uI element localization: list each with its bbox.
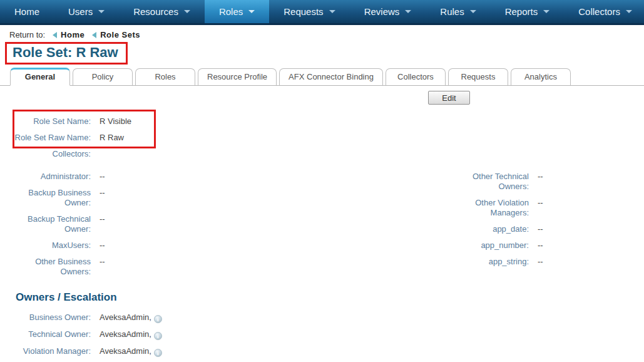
nav-item-roles[interactable]: Roles — [205, 0, 269, 23]
nav-item-label: Home — [14, 6, 39, 17]
field-row-other-technical-owners: Other Technical Owners:-- — [325, 172, 644, 192]
breadcrumb-link-role-sets[interactable]: Role Sets — [100, 30, 140, 39]
field-row-role-set-name: Role Set Name:R Visible — [0, 116, 325, 127]
field-row-violation-manager: Violation Manager: AveksaAdmin,i — [0, 346, 644, 357]
tab-collectors[interactable]: Collectors — [386, 68, 446, 85]
field-row-app-date: app_date:-- — [325, 224, 644, 234]
field-row-administrator: Administrator:-- — [0, 172, 325, 182]
top-nav: Home Users Resources Roles Requests Revi… — [0, 0, 644, 23]
nav-item-home[interactable]: Home — [0, 0, 54, 23]
field-value: -- — [100, 257, 105, 277]
field-value: -- — [100, 188, 105, 208]
chevron-down-icon — [470, 10, 476, 13]
breadcrumb-link-home[interactable]: Home — [61, 30, 84, 39]
field-label: Backup Business Owner: — [13, 188, 91, 208]
chevron-down-icon — [543, 10, 549, 13]
field-row-backup-business-owner: Backup Business Owner:-- — [0, 188, 325, 208]
field-value: R Raw — [100, 133, 124, 143]
info-icon[interactable]: i — [154, 315, 162, 323]
info-icon[interactable]: i — [154, 332, 162, 340]
chevron-down-icon — [98, 10, 105, 13]
field-column-left: Role Set Name:R Visible Role Set Raw Nam… — [0, 116, 325, 283]
nav-item-label: Reviews — [364, 6, 400, 17]
field-value: -- — [538, 198, 543, 218]
field-value: -- — [100, 214, 105, 234]
chevron-down-icon — [405, 10, 411, 13]
nav-item-label: Rules — [440, 6, 464, 17]
field-row-backup-technical-owner: Backup Technical Owner:-- — [0, 214, 325, 234]
chevron-down-icon — [248, 10, 255, 13]
field-row-technical-owner: Technical Owner: AveksaAdmin,i — [0, 329, 644, 340]
field-value: AveksaAdmin, — [100, 329, 151, 339]
tab-roles[interactable]: Roles — [135, 68, 195, 85]
breadcrumb-return-label: Return to: — [9, 30, 45, 39]
nav-item-label: Reports — [505, 6, 538, 17]
field-row-business-owner: Business Owner: AveksaAdmin,i — [0, 313, 644, 323]
page-title: Role Set: R Raw — [5, 42, 128, 65]
tab-bar: General Policy Roles Resource Profile AF… — [0, 68, 644, 86]
owners-escalation-heading: Owners / Escalation — [16, 291, 644, 304]
general-tab-panel: Edit Role Set Name:R Visible Role Set Ra… — [0, 86, 644, 357]
field-label: Other Violation Managers: — [451, 198, 529, 218]
field-label: app_number: — [481, 240, 529, 251]
breadcrumb: Return to: Home Role Sets — [0, 25, 644, 39]
nav-item-reviews[interactable]: Reviews — [350, 0, 426, 23]
field-value: AveksaAdmin, — [100, 313, 151, 322]
tab-requests[interactable]: Requests — [448, 68, 508, 85]
breadcrumb-arrow-icon — [92, 32, 96, 38]
field-row-role-set-raw-name: Role Set Raw Name:R Raw — [0, 133, 325, 143]
field-label: Violation Manager: — [23, 346, 91, 356]
nav-item-label: Users — [68, 6, 93, 17]
field-value: -- — [100, 172, 105, 182]
field-label: Other Business Owners: — [13, 257, 91, 277]
field-value: -- — [538, 240, 543, 251]
field-label: MaxUsers: — [52, 240, 91, 251]
tab-policy[interactable]: Policy — [73, 68, 133, 85]
field-value: -- — [538, 172, 543, 192]
nav-item-rules[interactable]: Rules — [426, 0, 490, 23]
nav-item-users[interactable]: Users — [54, 0, 119, 23]
tab-analytics[interactable]: Analytics — [511, 68, 571, 85]
field-label: Role Set Raw Name: — [15, 133, 91, 143]
field-value: R Visible — [100, 116, 131, 127]
field-value: -- — [538, 257, 543, 267]
edit-button[interactable]: Edit — [428, 91, 470, 105]
nav-item-collectors[interactable]: Collectors — [564, 0, 644, 23]
nav-item-resources[interactable]: Resources — [119, 0, 205, 23]
nav-item-reports[interactable]: Reports — [491, 0, 565, 23]
field-row-app-string: app_string:-- — [325, 257, 644, 267]
field-column-right: Other Technical Owners:-- Other Violatio… — [325, 172, 644, 283]
tab-general[interactable]: General — [10, 68, 70, 86]
field-row-maxusers: MaxUsers:-- — [0, 240, 325, 251]
field-label: Technical Owner: — [28, 329, 91, 339]
chevron-down-icon — [184, 10, 190, 13]
field-label: Business Owner: — [29, 313, 91, 323]
field-value: -- — [100, 240, 105, 251]
nav-item-label: Requests — [284, 6, 323, 17]
nav-item-label: Collectors — [578, 6, 620, 17]
field-value: AveksaAdmin, — [100, 346, 151, 356]
owners-escalation-rows: Business Owner: AveksaAdmin,i Technical … — [0, 313, 644, 357]
field-row-other-violation-managers: Other Violation Managers:-- — [325, 198, 644, 218]
tab-resource-profile[interactable]: Resource Profile — [198, 68, 277, 85]
info-icon[interactable]: i — [154, 349, 162, 357]
nav-item-label: Roles — [219, 6, 243, 17]
field-row-app-number: app_number:-- — [325, 240, 644, 251]
nav-item-requests[interactable]: Requests — [269, 0, 349, 23]
breadcrumb-arrow-icon — [53, 32, 57, 38]
chevron-down-icon — [329, 10, 335, 13]
field-label: Collectors: — [53, 149, 91, 159]
field-value: -- — [538, 224, 543, 234]
field-label: Role Set Name: — [33, 116, 91, 127]
field-label: Other Technical Owners: — [451, 172, 529, 192]
field-label: Backup Technical Owner: — [13, 214, 91, 234]
chevron-down-icon — [626, 10, 632, 13]
nav-item-label: Resources — [133, 6, 178, 17]
field-label: app_date: — [493, 224, 529, 234]
field-label: app_string: — [489, 257, 529, 267]
field-grid: Role Set Name:R Visible Role Set Raw Nam… — [0, 116, 644, 283]
tab-afx-connector-binding[interactable]: AFX Connector Binding — [279, 68, 383, 85]
field-row-collectors: Collectors: — [0, 149, 325, 159]
field-row-other-business-owners: Other Business Owners:-- — [0, 257, 325, 277]
field-label: Administrator: — [41, 172, 91, 182]
